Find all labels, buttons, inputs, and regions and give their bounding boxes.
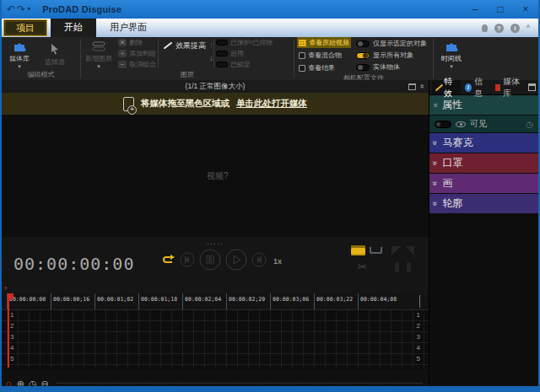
- window-controls: – □ ×: [462, 0, 538, 19]
- lightbulb-icon[interactable]: [482, 24, 488, 32]
- group-timeline: 时间线 ▾: [434, 37, 478, 80]
- ungroup-button[interactable]: − 取消组合: [118, 60, 156, 69]
- tab-user-interface[interactable]: 用户界面: [96, 19, 160, 37]
- view-result-option[interactable]: 查看结果: [297, 62, 351, 73]
- tab-effects[interactable]: 特效: [432, 80, 461, 94]
- timeline-area[interactable]: 00:00:00:00 00:00:00;16 00:00:01;02 00:0…: [2, 293, 429, 369]
- section-outline[interactable]: » 轮廓: [429, 194, 538, 213]
- tab-media-library[interactable]: 媒体库: [493, 80, 527, 94]
- tab-info[interactable]: i 信息: [462, 80, 491, 94]
- quick-access-toolbar: ↶ ↷ ▾: [2, 1, 30, 18]
- minus-icon: −: [118, 61, 127, 68]
- media-square-icon: [495, 84, 501, 91]
- main-area: (1/1 正常图像大小) » 将媒体拖至黑色区域或 单击此处打开媒体 视频? ·…: [2, 80, 429, 386]
- track-row[interactable]: 1 1: [2, 310, 429, 321]
- scroll-plus-icon[interactable]: +: [3, 284, 8, 293]
- enable-checkbox[interactable]: 启用: [216, 49, 273, 58]
- group-label-edit-mode: 编辑模式: [2, 70, 80, 80]
- ruler-tick: 00:00:01;18: [138, 293, 182, 309]
- show-all-objects-toggle[interactable]: 显示所有对象: [356, 51, 427, 60]
- tab-project[interactable]: 项目: [3, 19, 47, 36]
- locked-checkbox[interactable]: 已锁定: [216, 60, 273, 69]
- quick-access-dropdown-icon[interactable]: ▾: [27, 1, 30, 18]
- undock-panel-icon[interactable]: [528, 83, 536, 91]
- timeline-ruler[interactable]: 00:00:00:00 00:00:00;16 00:00:01;02 00:0…: [2, 293, 429, 310]
- view-original-option[interactable]: 查看原始视频: [297, 37, 351, 48]
- help-icon[interactable]: ?: [494, 24, 504, 33]
- timeline-tracks[interactable]: 1 1 2 2 3 3 4 4 5 5: [2, 310, 429, 368]
- close-button[interactable]: ×: [513, 0, 538, 19]
- checkbox-icon: [299, 52, 305, 59]
- mark-out-icon[interactable]: [370, 247, 382, 254]
- chevron-down-icon: »: [430, 201, 440, 207]
- trim-left-icon[interactable]: [392, 246, 401, 255]
- track-row[interactable]: 4 4: [2, 343, 429, 354]
- track-row[interactable]: 6 6: [2, 365, 429, 368]
- group-edit-mode: 媒体库 ▾ 选择器 编辑模式: [2, 37, 80, 80]
- title-bar: ↶ ↷ ▾ ProDAD Disguise – □ ×: [2, 0, 538, 19]
- play-button[interactable]: [225, 249, 247, 274]
- track-row[interactable]: 3 3: [2, 332, 429, 343]
- ruler-tick: 00:00:03;06: [270, 293, 314, 309]
- checkbox-icon: [216, 62, 228, 67]
- chevron-down-icon: ▾: [450, 64, 453, 68]
- track-number: 1: [8, 311, 15, 319]
- chevron-down-icon: »: [430, 141, 440, 146]
- tab-start[interactable]: 开始: [51, 19, 96, 37]
- ribbon-help-icons: ? i ^: [482, 19, 538, 37]
- info-icon: i: [465, 83, 472, 92]
- video-viewport[interactable]: 视频?: [2, 115, 429, 237]
- track-number: 3: [415, 333, 422, 341]
- minimize-button[interactable]: –: [462, 0, 488, 19]
- skip-start-button[interactable]: [180, 252, 195, 271]
- solid-objects-toggle[interactable]: 实体物体: [356, 62, 427, 72]
- track-row[interactable]: 5 5: [2, 354, 429, 365]
- maximize-button[interactable]: □: [488, 0, 513, 19]
- add-to-group-button[interactable]: + 添加到组: [118, 49, 156, 58]
- track-row[interactable]: 2 2: [2, 321, 429, 332]
- visible-toggle[interactable]: [435, 121, 451, 128]
- keyframe-clock-icon[interactable]: ◷: [526, 120, 533, 129]
- display-toggles-column: 仅显示选定的对象 显示所有对象 实体物体: [354, 37, 429, 73]
- collapse-ribbon-icon[interactable]: ^: [526, 24, 530, 32]
- info-icon[interactable]: i: [510, 24, 520, 33]
- ruler-tick: 00:00:03;22: [314, 293, 358, 309]
- effect-enhance-button[interactable]: 效果提高: [159, 37, 209, 70]
- timeline-scroll-track[interactable]: [57, 383, 422, 384]
- loop-icon[interactable]: [160, 254, 176, 269]
- mark-in-icon[interactable]: [351, 245, 365, 255]
- add-layer-button[interactable]: 新增图层 ▾: [81, 37, 116, 70]
- section-mosaic[interactable]: » 马赛克: [429, 133, 538, 153]
- pause-button[interactable]: [199, 249, 221, 274]
- undock-panel-icon[interactable]: [408, 83, 416, 90]
- ruler-tick: 00:00:00;16: [51, 293, 94, 309]
- chevron-down-icon: ▾: [18, 64, 21, 68]
- timeline-button[interactable]: 时间线 ▾: [434, 37, 469, 70]
- scissors-icon[interactable]: ✂: [358, 260, 367, 273]
- media-drop-bar[interactable]: 将媒体拖至黑色区域或 单击此处打开媒体: [2, 93, 429, 115]
- skip-end-button[interactable]: [251, 252, 267, 271]
- protected-excluded-checkbox[interactable]: 已保护/已排除: [216, 38, 273, 47]
- checkbox-icon: [216, 40, 228, 46]
- undo-icon[interactable]: ↶: [7, 1, 15, 18]
- redo-icon[interactable]: ↷: [17, 1, 25, 18]
- puzzle-icon: [13, 41, 26, 53]
- playback-speed-label[interactable]: 1x: [273, 257, 282, 266]
- media-library-button[interactable]: 媒体库 ▾: [2, 37, 37, 70]
- puzzle-icon: [445, 41, 458, 53]
- collapse-panel-icon[interactable]: »: [416, 84, 429, 89]
- section-draw[interactable]: » 画: [429, 174, 538, 193]
- app-window: ↶ ↷ ▾ ProDAD Disguise – □ × 项目 开始 用户界面 ?…: [0, 0, 540, 392]
- group-label-layer: 图层: [81, 70, 294, 80]
- delete-button[interactable]: ✕ 删除: [118, 38, 156, 47]
- chevron-up-icon: »: [431, 103, 440, 107]
- section-mask[interactable]: » 口罩: [429, 153, 538, 173]
- view-mixture-option[interactable]: 查看混合物: [297, 50, 351, 61]
- show-selected-only-toggle[interactable]: 仅显示选定的对象: [356, 39, 427, 48]
- ribbon: 媒体库 ▾ 选择器 编辑模式 新增图层: [2, 37, 538, 80]
- open-media-link[interactable]: 单击此处打开媒体: [236, 98, 307, 110]
- selector-button[interactable]: 选择器: [37, 37, 73, 70]
- trim-right-icon[interactable]: [405, 246, 414, 255]
- playhead[interactable]: [8, 293, 9, 368]
- ruler-tick: 00:00:02;04: [182, 293, 226, 309]
